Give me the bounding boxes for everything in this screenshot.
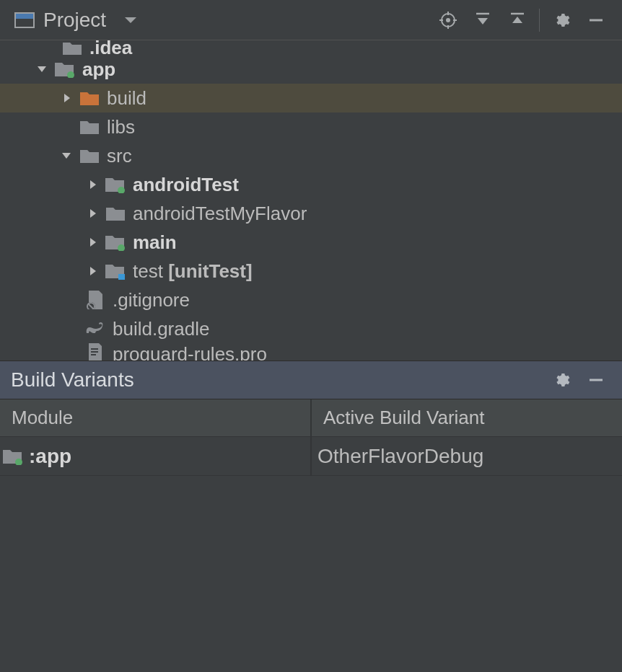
tree-label: .gitignore [113,289,190,311]
module-name: :app [29,445,71,468]
svg-marker-18 [90,238,96,247]
build-variants-title: Build Variants [11,368,544,392]
gradle-file-icon [85,320,105,337]
svg-marker-11 [38,66,46,72]
variant-name: OtherFlavorDebug [317,445,483,468]
settings-button[interactable] [548,7,574,33]
variants-empty-area [0,476,622,672]
tree-item-androidtestmyflavor[interactable]: androidTestMyFlavor [0,199,622,228]
variants-table-header: Module Active Build Variant [0,399,622,437]
tree-item[interactable]: .idea [0,40,622,55]
gear-icon [553,371,570,389]
project-view-icon [14,12,35,28]
expand-all-button[interactable] [470,7,496,33]
chevron-right-icon [85,206,100,221]
svg-rect-27 [91,354,96,355]
tree-item-build-gradle[interactable]: build.gradle [0,314,622,343]
build-variants-toolbar: Build Variants [0,361,622,399]
svg-rect-21 [118,274,125,280]
tree-item-proguard[interactable]: proguard-rules.pro [0,343,622,361]
variants-hide-button[interactable] [583,367,609,393]
tree-item-src[interactable]: src [0,141,622,170]
tree-label: app [82,58,115,81]
variants-settings-button[interactable] [548,367,574,393]
svg-marker-14 [62,153,71,159]
folder-icon [79,147,100,164]
tree-label: androidTest [133,174,239,196]
gear-icon [553,12,570,29]
tree-label: build [107,87,146,110]
tree-label: build.gradle [113,318,209,340]
text-file-icon [85,343,105,361]
variants-cell-variant[interactable]: OtherFlavorDebug [312,437,622,475]
chevron-right-icon [59,91,74,105]
project-tree: .idea app build libs [0,40,622,361]
svg-marker-7 [478,18,488,25]
chevron-right-icon [85,235,100,249]
tree-item-androidtest[interactable]: androidTest [0,170,622,199]
tree-item-build[interactable]: build [0,84,622,112]
tree-item-test[interactable]: test [unitTest] [0,257,622,286]
tree-item-main[interactable]: main [0,228,622,257]
build-folder-icon [79,89,100,107]
target-icon [439,12,457,29]
minimize-icon [587,371,605,389]
collapse-all-icon [509,12,526,29]
variants-row[interactable]: :app OtherFlavorDebug [0,437,622,476]
svg-rect-26 [91,351,98,353]
gitignore-file-icon [85,291,105,309]
variants-cell-module[interactable]: :app [0,437,312,475]
project-toolbar: Project [0,0,622,40]
test-folder-icon [105,176,126,193]
expand-all-icon [474,12,491,29]
tree-item-libs[interactable]: libs [0,112,622,141]
svg-marker-15 [90,180,96,189]
svg-point-1 [446,18,450,22]
tree-label: test [unitTest] [133,260,253,283]
project-title: Project [43,9,106,32]
svg-marker-9 [512,17,522,23]
chevron-down-icon [35,62,49,76]
tree-label: .idea [89,40,132,55]
folder-icon [79,118,100,136]
minimize-icon [587,12,605,29]
column-module[interactable]: Module [0,399,312,436]
chevron-right-icon [85,177,100,192]
tree-item-gitignore[interactable]: .gitignore [0,286,622,314]
separator [539,9,540,32]
svg-rect-25 [91,348,98,350]
tree-label: androidTestMyFlavor [133,203,307,225]
chevron-down-icon [59,149,74,163]
chevron-right-icon [85,264,100,278]
unit-test-folder-icon [105,262,126,280]
svg-marker-13 [64,94,70,102]
svg-marker-17 [90,209,96,218]
tree-item-app[interactable]: app [0,55,622,84]
folder-icon [62,40,82,55]
tree-label: proguard-rules.pro [113,343,267,361]
chevron-down-icon [125,17,136,23]
tree-label: main [133,231,177,254]
select-opened-file-button[interactable] [435,7,461,33]
collapse-all-button[interactable] [504,7,530,33]
tree-label: libs [107,116,135,138]
source-folder-icon [105,234,126,251]
module-folder-icon [55,61,75,78]
project-title-dropdown[interactable]: Project [14,9,136,32]
module-icon [3,448,23,465]
svg-marker-20 [90,267,96,275]
hide-button[interactable] [583,7,609,33]
folder-icon [105,205,126,222]
tree-label: src [107,145,132,167]
column-active-variant[interactable]: Active Build Variant [312,399,622,436]
